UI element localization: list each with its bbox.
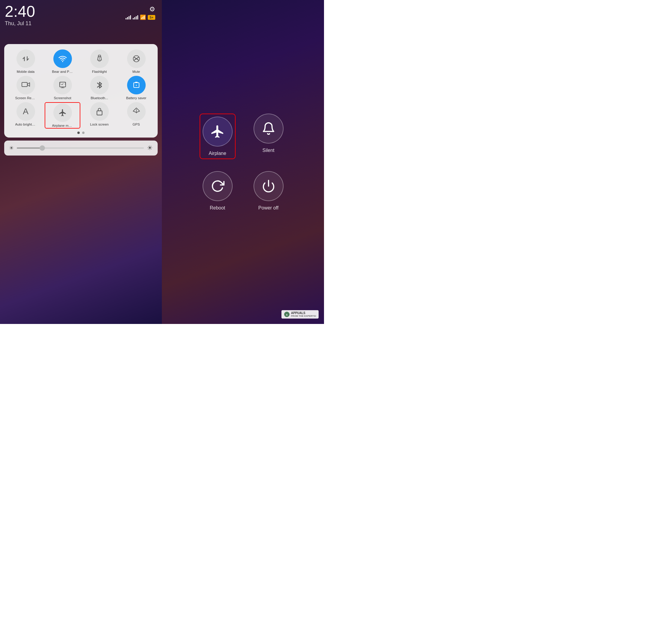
gps-circle [127,102,146,121]
mobile-data-label: Mobile data [17,70,35,73]
svg-point-0 [62,61,63,62]
time-display: 2:40 [5,4,35,19]
bluetooth-icon [96,81,103,89]
signal-bar [128,16,129,19]
wifi-label: Bear and Pa... [52,70,73,73]
screen-record-circle [16,76,35,94]
signal-bar [127,17,128,19]
bluetooth-circle [90,76,109,94]
brightness-low-icon: ☀ [9,145,14,151]
flashlight-icon [96,55,103,63]
svg-text:A: A [286,314,288,316]
silent-power-label: Silent [262,148,274,153]
airplane-mode-icon [58,108,67,117]
lock-screen-icon [96,107,103,116]
left-panel: 2:40 Thu, Jul 11 ⚙ 📶 5+ [0,0,162,324]
pagination-dots [8,131,154,134]
qs-item-mobile-data[interactable]: Mobile data [8,49,44,73]
qs-item-auto-brightness[interactable]: A Auto brightne... [8,102,44,128]
right-panel: Airplane Silent Reboot [162,0,324,324]
qs-item-flashlight[interactable]: Flashlight [82,49,117,73]
watermark-brand: APPUALS [291,311,316,315]
screenshot-label: Screenshot [54,96,71,100]
brightness-high-icon: ☀ [147,144,153,152]
reboot-power-label: Reboot [210,205,225,211]
auto-brightness-text-icon: A [23,107,29,116]
screen-record-icon [21,82,30,89]
svg-rect-4 [22,83,27,87]
wifi-circle [53,49,72,68]
brightness-track[interactable] [17,148,144,149]
mobile-data-circle [16,49,35,68]
wifi-icon-qs [58,55,67,63]
signal-bar [133,18,134,19]
dot-2[interactable] [82,131,85,134]
svg-rect-2 [99,60,100,61]
gps-icon [132,107,140,116]
flashlight-circle [90,49,109,68]
battery-saver-circle: + [127,76,146,94]
qs-item-gps[interactable]: GPS [118,102,154,128]
screenshot-icon [59,81,66,89]
qs-item-screenshot[interactable]: Screenshot [45,76,80,100]
brightness-bar: ☀ ☀ [4,141,158,156]
signal-bars-2 [133,15,138,19]
mobile-data-icon [21,55,30,63]
airplane-mode-circle [53,103,72,122]
power-off-icon [262,179,275,193]
battery-saver-icon: + [133,81,140,89]
svg-rect-7 [135,82,138,83]
watermark-tagline: FROM THE EXPERTS! [291,315,316,317]
signal-bar [136,16,137,19]
watermark-logo-icon: A [284,311,290,317]
gps-label: GPS [132,122,140,126]
screen-record-label: Screen Record... [15,96,36,100]
watermark-text: APPUALS FROM THE EXPERTS! [291,311,316,317]
dot-1[interactable] [77,131,80,134]
qs-item-mute[interactable]: Mute [118,49,154,73]
bluetooth-label: Bluetooth... [91,96,108,100]
auto-brightness-circle: A [16,102,35,121]
date-display: Thu, Jul 11 [5,20,35,27]
reboot-icon [211,179,224,193]
bell-icon [262,122,275,136]
svg-rect-9 [97,111,102,115]
qs-item-bluetooth[interactable]: Bluetooth... [82,76,117,100]
lock-screen-circle [90,102,109,121]
status-bar: 2:40 Thu, Jul 11 ⚙ 📶 5+ [0,0,162,22]
power-item-power-off[interactable]: Power off [251,171,286,211]
qs-item-wifi[interactable]: Bear and Pa... [45,49,80,73]
power-item-airplane[interactable]: Airplane [200,114,235,159]
qs-item-airplane-mode[interactable]: Airplane mode [45,102,80,128]
signal-bar [130,15,131,19]
brightness-fill [17,148,42,149]
airplane-power-label: Airplane [209,151,226,156]
signal-bar [125,18,126,19]
brightness-thumb[interactable] [40,145,45,151]
wifi-icon: 📶 [140,14,146,20]
signal-bar [137,15,138,19]
qs-item-lock-screen[interactable]: Lock screen [82,102,117,128]
svg-text:+: + [136,84,137,87]
mute-circle [127,49,146,68]
qs-grid: Mobile data Bear and Pa... [8,49,154,128]
power-off-power-label: Power off [258,205,278,211]
qs-item-screen-record[interactable]: Screen Record... [8,76,44,100]
power-menu: Airplane Silent Reboot [187,102,299,223]
flashlight-label: Flashlight [92,70,107,73]
airplane-mode-label: Airplane mode [52,124,73,127]
time-date: 2:40 Thu, Jul 11 [5,4,35,27]
battery-indicator: 5+ [148,15,155,20]
gear-icon[interactable]: ⚙ [149,5,155,13]
power-item-silent[interactable]: Silent [251,114,286,159]
airplane-power-circle [203,117,232,147]
power-item-reboot[interactable]: Reboot [200,171,235,211]
auto-brightness-label: Auto brightne... [15,122,36,126]
silent-power-circle [254,114,283,144]
airplane-power-icon [210,124,225,139]
qs-item-battery-saver[interactable]: + Battery saver [118,76,154,100]
battery-saver-label: Battery saver [126,96,147,100]
reboot-power-circle [203,171,232,201]
lock-screen-label: Lock screen [90,122,108,126]
signal-bar [134,17,135,19]
